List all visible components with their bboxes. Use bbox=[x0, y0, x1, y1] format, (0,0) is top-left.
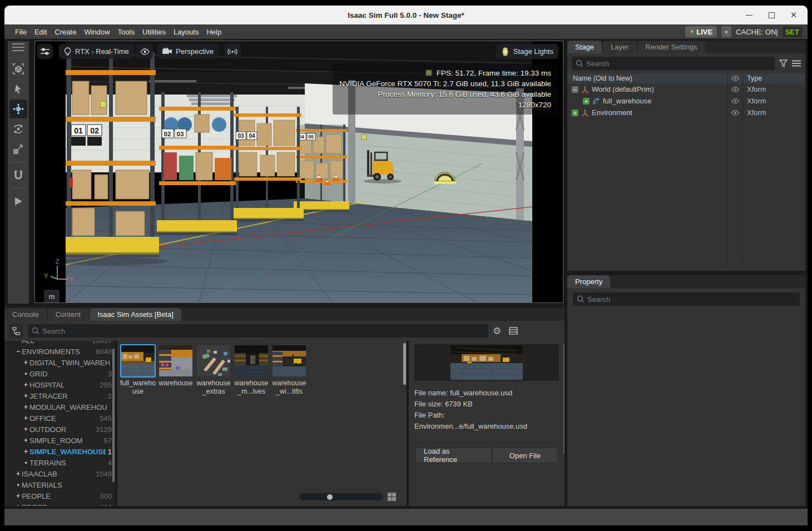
asset-thumbnail bbox=[273, 345, 307, 378]
menu-utilities[interactable]: Utilities bbox=[138, 28, 170, 36]
toggle-category-tree-button[interactable] bbox=[9, 324, 23, 338]
category-materials[interactable]: •MATERIALS bbox=[4, 479, 115, 490]
category-people[interactable]: +PEOPLE300 bbox=[4, 490, 115, 502]
menu-window[interactable]: Window bbox=[80, 28, 113, 36]
scale-tool-button[interactable] bbox=[9, 140, 27, 158]
category-simple-room[interactable]: +SIMPLE_ROOM57 bbox=[4, 435, 115, 446]
expand-toggle[interactable]: + bbox=[572, 110, 578, 116]
stage-row-full-warehouse[interactable]: + full_warehouse Xform bbox=[567, 95, 805, 107]
category-jetracer[interactable]: +JETRACER2 bbox=[4, 390, 115, 401]
thumbnail-size-slider[interactable] bbox=[299, 493, 383, 500]
asset-warehouse[interactable]: warehouse bbox=[157, 344, 194, 396]
menu-edit[interactable]: Edit bbox=[31, 28, 51, 36]
unit-button[interactable]: m bbox=[44, 290, 60, 303]
play-button[interactable] bbox=[9, 192, 27, 211]
grid-view-icon[interactable] bbox=[387, 492, 397, 502]
tab-property[interactable]: Property bbox=[567, 275, 610, 288]
menu-help[interactable]: Help bbox=[202, 28, 225, 36]
prim-name[interactable]: Environment bbox=[592, 108, 632, 117]
cursor-select-button[interactable] bbox=[9, 80, 27, 98]
visibility-eye-icon[interactable] bbox=[731, 110, 739, 116]
prim-name[interactable]: World (defaultPrim) bbox=[592, 85, 654, 93]
tab-content[interactable]: Content bbox=[48, 308, 89, 321]
options-menu-icon[interactable] bbox=[792, 60, 801, 67]
close-button[interactable]: ✕ bbox=[790, 11, 798, 19]
tree-scrollbar[interactable] bbox=[112, 349, 115, 482]
tab-stage[interactable]: Stage bbox=[567, 41, 602, 53]
broadcast-icon bbox=[227, 48, 237, 55]
viewport[interactable]: 04 05 bbox=[34, 41, 563, 303]
visibility-button[interactable] bbox=[136, 44, 153, 59]
visibility-eye-icon[interactable] bbox=[731, 87, 739, 92]
tab-isaac-sim-assets[interactable]: Isaac Sim Assets [Beta] bbox=[90, 308, 181, 321]
snap-tool-button[interactable] bbox=[9, 166, 27, 185]
category-modular-warehouse[interactable]: +MODULAR_WAREHOU bbox=[4, 401, 115, 413]
minimize-button[interactable] bbox=[745, 11, 753, 19]
stage-search-input[interactable] bbox=[572, 57, 775, 70]
category-grid[interactable]: •GRID3 bbox=[4, 368, 115, 379]
session-broadcast-button[interactable] bbox=[224, 44, 241, 59]
load-as-reference-button[interactable]: Load as Reference bbox=[415, 448, 492, 463]
live-dropdown-button[interactable]: ▾ bbox=[721, 26, 731, 37]
stage-row-world[interactable]: − World (defaultPrim) Xform bbox=[567, 83, 805, 95]
stage-lights-button[interactable]: Stage Lights bbox=[496, 44, 558, 59]
settings-gear-icon[interactable]: ⚙ bbox=[493, 326, 501, 336]
camera-label: Perspective bbox=[176, 47, 214, 56]
renderer-selector[interactable]: RTX - Real-Time bbox=[59, 44, 134, 59]
category-props[interactable]: +PROPS464 bbox=[4, 502, 115, 506]
slider-handle[interactable] bbox=[327, 494, 333, 500]
category-office[interactable]: +OFFICE545 bbox=[4, 413, 115, 424]
visibility-eye-icon[interactable] bbox=[731, 98, 739, 104]
camera-selector[interactable]: Perspective bbox=[157, 44, 219, 59]
tab-render-settings[interactable]: Render Settings bbox=[638, 41, 705, 53]
menu-layouts[interactable]: Layouts bbox=[170, 28, 203, 36]
category-hospital[interactable]: +HOSPITAL295 bbox=[4, 379, 115, 390]
open-file-button[interactable]: Open File bbox=[492, 448, 558, 463]
maximize-button[interactable] bbox=[768, 11, 775, 19]
asset-warehouse-multiple-shelves[interactable]: warehouse_m...lves bbox=[233, 344, 270, 396]
list-view-icon[interactable] bbox=[509, 327, 518, 335]
property-search-input[interactable] bbox=[573, 292, 800, 306]
asset-search-input[interactable] bbox=[28, 324, 488, 338]
viewport-settings-button[interactable] bbox=[37, 44, 53, 59]
isaac-sim-window: Isaac Sim Full 5.0.0 - New Stage* ✕ File… bbox=[0, 0, 812, 531]
axis-gizmo[interactable]: Z X Y bbox=[42, 258, 75, 289]
move-tool-button[interactable] bbox=[9, 100, 27, 118]
category-terrains[interactable]: •TERRAINS4 bbox=[4, 457, 115, 468]
xform-axis-icon bbox=[581, 109, 589, 117]
column-visibility bbox=[727, 76, 742, 81]
expand-toggle[interactable]: + bbox=[583, 98, 590, 105]
tab-console[interactable]: Console bbox=[4, 308, 47, 321]
stage-tree-header[interactable]: Name (Old to New) Type bbox=[567, 73, 805, 83]
category-environments[interactable]: −ENVIRONMENTS6040 bbox=[4, 346, 115, 357]
toolbar-grip-icon[interactable] bbox=[12, 43, 24, 51]
collapse-toggle[interactable]: − bbox=[572, 86, 578, 93]
rotate-tool-button[interactable] bbox=[9, 120, 27, 138]
column-name[interactable]: Name (Old to New) bbox=[567, 75, 727, 82]
asset-warehouse-extras[interactable]: warehouse_extras bbox=[195, 344, 232, 396]
asset-full-warehouse[interactable]: full_warehouse bbox=[120, 344, 156, 396]
asset-warehouse-with-forklifts[interactable]: warehouse_wi...lifts bbox=[271, 344, 308, 396]
menu-tools[interactable]: Tools bbox=[114, 28, 138, 36]
asset-grid[interactable]: full_warehouse warehouse warehouse_extra… bbox=[115, 341, 409, 506]
filter-icon[interactable] bbox=[779, 59, 788, 67]
menu-file[interactable]: File bbox=[11, 28, 31, 36]
column-type[interactable]: Type bbox=[742, 75, 805, 82]
details-scrollbar[interactable] bbox=[563, 343, 565, 454]
menu-create[interactable]: Create bbox=[51, 28, 80, 36]
asset-preview bbox=[414, 344, 559, 381]
stage-row-environment[interactable]: + Environment Xform bbox=[567, 107, 805, 118]
title-bar[interactable]: Isaac Sim Full 5.0.0 - New Stage* ✕ bbox=[4, 6, 808, 24]
select-mode-button[interactable] bbox=[9, 59, 27, 78]
category-outdoor[interactable]: +OUTDOOR3129 bbox=[4, 424, 115, 435]
asset-category-tree[interactable]: ALL16457 −ENVIRONMENTS6040 +DIGITAL_TWIN… bbox=[4, 341, 115, 506]
category-isaaclab[interactable]: +ISAACLAB1049 bbox=[4, 468, 115, 479]
category-all[interactable]: ALL16457 bbox=[4, 341, 115, 346]
cache-set-button[interactable]: SET bbox=[783, 27, 802, 37]
prim-name[interactable]: full_warehouse bbox=[603, 97, 651, 105]
live-sync-button[interactable]: ⚡ LIVE bbox=[685, 26, 717, 37]
category-digital-twin-warehouse[interactable]: +DIGITAL_TWIN_WAREH bbox=[4, 357, 115, 368]
category-simple-warehouse[interactable]: +SIMPLE_WAREHOUSE1 bbox=[4, 446, 115, 457]
tab-layer[interactable]: Layer bbox=[603, 41, 637, 53]
grid-scrollbar[interactable] bbox=[403, 343, 406, 385]
